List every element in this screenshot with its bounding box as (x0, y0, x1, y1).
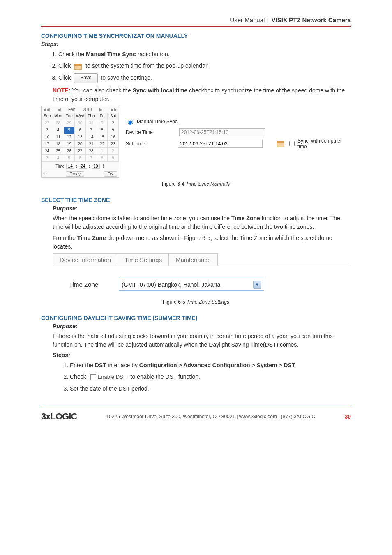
calendar-day[interactable]: 27 (42, 120, 53, 127)
calendar-day[interactable]: 8 (97, 127, 108, 134)
tab-time-settings[interactable]: Time Settings (118, 253, 169, 266)
calendar-day[interactable]: 4 (53, 127, 64, 134)
today-button[interactable]: Today (66, 171, 84, 177)
calendar-day[interactable]: 3 (42, 154, 53, 161)
calendar-day[interactable]: 14 (86, 134, 97, 140)
calendar-day[interactable]: 12 (64, 134, 75, 140)
calendar-day[interactable]: 20 (75, 140, 86, 147)
calendar-day[interactable]: 18 (53, 140, 64, 147)
calendar-day[interactable]: 7 (86, 127, 97, 134)
svg-rect-4 (80, 67, 81, 67)
save-button[interactable]: Save (74, 73, 97, 83)
dow-tue: Tue (64, 113, 75, 120)
time-zone-select[interactable]: (GMT+07:00) Bangkok, Hanoi, Jakarta ▾ (119, 279, 264, 291)
calendar-back-icon[interactable]: ↶ (43, 172, 46, 176)
calendar-icon (74, 63, 82, 70)
calendar-prev-year[interactable]: ◀◀ (43, 107, 50, 112)
enable-dst-group: Enable DST (90, 373, 127, 382)
set-time-row: Set Time Sync. with computer time (126, 138, 351, 150)
chevron-down-icon[interactable]: ▾ (253, 281, 261, 289)
calendar-month[interactable]: Feb (68, 107, 75, 112)
manual-time-sync-radio[interactable] (128, 120, 133, 125)
calendar-day[interactable]: 11 (53, 134, 64, 140)
calendar-day[interactable]: 9 (108, 154, 119, 161)
s31a: Enter the (70, 362, 95, 368)
dow-wed: Wed (75, 113, 86, 120)
page-number: 30 (344, 413, 351, 420)
time-sec-input[interactable] (92, 164, 100, 169)
calendar-time-label: Time (55, 164, 65, 168)
calendar-row: 17 18 19 20 21 22 23 (42, 140, 119, 147)
header-product: VISIX PTZ Network Camera (272, 16, 351, 23)
calendar-day[interactable]: 28 (86, 147, 97, 154)
calendar-day[interactable]: 27 (75, 147, 86, 154)
calendar-day[interactable]: 21 (86, 140, 97, 147)
s2p2-b: Time Zone (77, 235, 106, 241)
calendar-day[interactable]: 7 (86, 154, 97, 161)
calendar-day[interactable]: 19 (64, 140, 75, 147)
calendar-day[interactable]: 13 (75, 134, 86, 140)
calendar-day[interactable]: 15 (97, 134, 108, 140)
calendar-next-year[interactable]: ▶▶ (111, 107, 117, 112)
calendar-day[interactable]: 8 (97, 154, 108, 161)
calendar-day[interactable]: 25 (53, 147, 64, 154)
calendar-row: 10 11 12 13 14 15 16 (42, 134, 119, 140)
calendar-day[interactable]: 1 (97, 147, 108, 154)
calendar-prev-month[interactable]: ◀ (58, 107, 61, 112)
section2-p2: From the Time Zone drop-down menu as sho… (53, 234, 351, 251)
calendar-icon[interactable] (277, 140, 284, 147)
time-spinner[interactable]: ▲▼ (102, 164, 105, 168)
calendar-day[interactable]: 4 (53, 154, 64, 161)
calendar-day[interactable]: 2 (108, 120, 119, 127)
calendar-day[interactable]: 30 (75, 120, 86, 127)
svg-rect-3 (78, 67, 79, 67)
calendar-day[interactable]: 24 (42, 147, 53, 154)
calendar-day[interactable]: 28 (53, 120, 64, 127)
calendar-day-selected[interactable]: 5 (64, 127, 75, 134)
device-time-value (179, 128, 265, 136)
step-3: Click Save to save the settings. (58, 73, 351, 83)
tab-maintenance[interactable]: Maintenance (168, 253, 218, 266)
calendar-day[interactable]: 31 (86, 120, 97, 127)
fig65-italic: Time Zone Settings (187, 299, 229, 305)
device-time-label: Device Time (126, 129, 171, 135)
time-hour-input[interactable] (66, 164, 74, 169)
sync-with-computer-label: Sync. with computer time (297, 138, 351, 150)
set-time-input[interactable] (178, 140, 262, 148)
calendar-day[interactable]: 22 (97, 140, 108, 147)
dow-thu: Thu (86, 113, 97, 120)
calendar-next-month[interactable]: ▶ (99, 107, 103, 112)
footer-logo: 3xLOGIC (41, 411, 77, 422)
calendar-and-sync-row: ◀◀ ◀ Feb 2013 ▶ ▶▶ Sun Mon Tue Wed Thu F… (41, 106, 351, 178)
calendar-day[interactable]: 1 (97, 120, 108, 127)
calendar-day[interactable]: 23 (108, 140, 119, 147)
step3-2: Check Enable DST to enable the DST funct… (70, 372, 351, 382)
sync-with-computer-checkbox[interactable] (289, 141, 295, 146)
calendar-year[interactable]: 2013 (83, 107, 92, 112)
tab-device-information[interactable]: Device Information (53, 253, 118, 266)
calendar-day[interactable]: 10 (42, 134, 53, 140)
steps-label: Steps: (41, 41, 351, 47)
calendar-day[interactable]: 3 (42, 127, 53, 134)
calendar-day[interactable]: 26 (64, 147, 75, 154)
calendar-day[interactable]: 6 (75, 127, 86, 134)
page-header: User Manual | VISIX PTZ Network Camera (41, 16, 351, 23)
ok-button[interactable]: OK (104, 171, 117, 177)
s32b: to enable the DST function. (131, 373, 200, 380)
calendar-day[interactable]: 29 (64, 120, 75, 127)
calendar-day[interactable]: 9 (108, 127, 119, 134)
calendar-day[interactable]: 17 (42, 140, 53, 147)
calendar-day[interactable]: 16 (108, 134, 119, 140)
calendar-day[interactable]: 2 (108, 147, 119, 154)
manual-sync-panel: Manual Time Sync. Device Time Set Time S… (126, 106, 351, 151)
calendar-day[interactable]: 5 (64, 154, 75, 161)
calendar-day[interactable]: 6 (75, 154, 86, 161)
device-time-row: Device Time (126, 128, 351, 136)
manual-time-sync-label: Manual Time Sync. (137, 119, 179, 124)
calendar-popup[interactable]: ◀◀ ◀ Feb 2013 ▶ ▶▶ Sun Mon Tue Wed Thu F… (41, 106, 119, 178)
step-1: Check the Manual Time Sync radio button. (58, 50, 351, 59)
enable-dst-checkbox[interactable] (90, 374, 96, 380)
s2p1-a: When the speed dome is taken to another … (53, 215, 231, 221)
time-min-input[interactable] (79, 164, 87, 169)
time-zone-label: Time Zone (69, 281, 98, 288)
